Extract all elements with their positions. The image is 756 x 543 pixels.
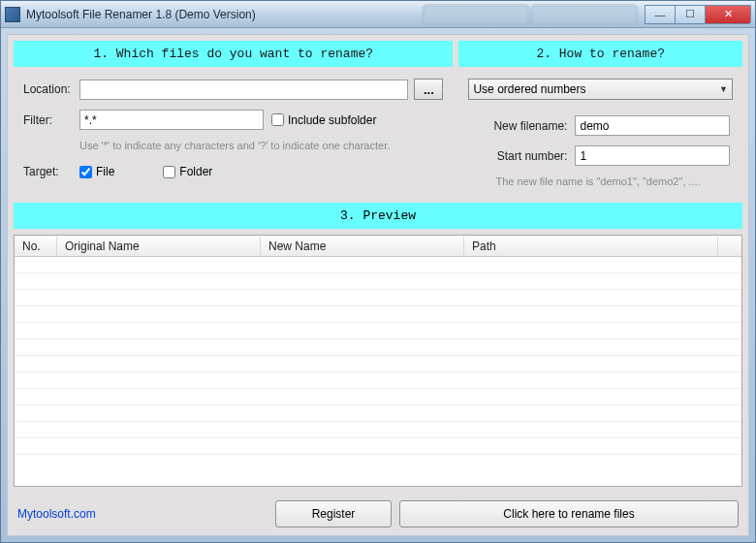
target-folder-checkbox[interactable] bbox=[163, 166, 175, 178]
start-number-input[interactable] bbox=[575, 145, 730, 166]
location-input[interactable] bbox=[79, 80, 408, 100]
target-folder-group: Folder bbox=[163, 165, 212, 178]
panel1-title: 1. Which files do you want to rename? bbox=[14, 41, 453, 67]
app-icon bbox=[5, 7, 20, 22]
minimize-button[interactable]: — bbox=[645, 5, 676, 24]
rename-mode-value: Use ordered numbers bbox=[473, 82, 585, 96]
chevron-down-icon: ▼ bbox=[719, 84, 728, 94]
panel-how-rename: 2. How to rename? Use ordered numbers ▼ … bbox=[458, 41, 742, 197]
location-row: Location: ... bbox=[23, 79, 443, 100]
rename-button[interactable]: Click here to rename files bbox=[399, 500, 739, 527]
target-label: Target: bbox=[23, 165, 79, 178]
table-row bbox=[15, 290, 741, 306]
include-subfolder-checkbox[interactable] bbox=[271, 113, 284, 126]
window-title: Mytoolsoft File Renamer 1.8 (Demo Versio… bbox=[26, 8, 423, 21]
new-filename-label: New filename: bbox=[468, 119, 575, 133]
col-path[interactable]: Path bbox=[464, 237, 718, 256]
table-row bbox=[15, 257, 741, 273]
new-filename-input[interactable] bbox=[575, 115, 730, 136]
website-link[interactable]: Mytoolsoft.com bbox=[17, 507, 268, 521]
table-row bbox=[15, 405, 741, 422]
app-window: Mytoolsoft File Renamer 1.8 (Demo Versio… bbox=[0, 0, 756, 543]
location-label: Location: bbox=[23, 82, 79, 96]
panel2-title: 2. How to rename? bbox=[458, 41, 742, 67]
bg-tab bbox=[423, 5, 529, 24]
bg-tab bbox=[531, 5, 638, 24]
table-row bbox=[15, 306, 741, 323]
grid-header: No. Original Name New Name Path bbox=[15, 236, 741, 257]
table-row bbox=[15, 356, 741, 372]
table-row bbox=[15, 422, 741, 438]
bottom-bar: Mytoolsoft.com Register Click here to re… bbox=[8, 493, 748, 535]
table-row bbox=[15, 389, 741, 405]
target-file-label: File bbox=[96, 165, 114, 178]
panel2-body: Use ordered numbers ▼ New filename: Star… bbox=[458, 67, 742, 197]
rename-mode-select[interactable]: Use ordered numbers ▼ bbox=[468, 79, 733, 100]
filter-input[interactable] bbox=[79, 110, 264, 130]
preview-title: 3. Preview bbox=[14, 203, 742, 229]
content-area: 1. Which files do you want to rename? Lo… bbox=[7, 34, 749, 536]
top-panels: 1. Which files do you want to rename? Lo… bbox=[8, 35, 748, 203]
panel-which-files: 1. Which files do you want to rename? Lo… bbox=[14, 41, 453, 197]
new-filename-row: New filename: bbox=[468, 115, 733, 136]
grid-body[interactable] bbox=[15, 257, 741, 486]
titlebar: Mytoolsoft File Renamer 1.8 (Demo Versio… bbox=[1, 1, 755, 28]
maximize-button[interactable]: ☐ bbox=[675, 5, 706, 24]
preview-section: 3. Preview No. Original Name New Name Pa… bbox=[8, 203, 748, 493]
preview-grid: No. Original Name New Name Path bbox=[14, 235, 742, 487]
table-row bbox=[15, 273, 741, 290]
rename-hint: The new file name is "demo1", "demo2", .… bbox=[495, 176, 733, 187]
start-number-label: Start number: bbox=[468, 149, 575, 163]
register-button[interactable]: Register bbox=[275, 500, 392, 527]
table-row bbox=[15, 323, 741, 339]
window-controls: — ☐ ✕ bbox=[646, 5, 751, 24]
browse-button[interactable]: ... bbox=[414, 79, 443, 100]
panel1-body: Location: ... Filter: Include subfolder … bbox=[14, 67, 453, 188]
table-row bbox=[15, 372, 741, 389]
filter-row: Filter: Include subfolder bbox=[23, 110, 443, 130]
target-row: Target: File Folder bbox=[23, 165, 443, 178]
table-row bbox=[15, 438, 741, 455]
filter-label: Filter: bbox=[23, 113, 79, 127]
include-subfolder-label: Include subfolder bbox=[288, 113, 376, 127]
start-number-row: Start number: bbox=[468, 145, 733, 166]
target-file-group: File bbox=[79, 165, 114, 178]
filter-hint: Use '*' to indicate any characters and '… bbox=[79, 140, 443, 151]
close-button[interactable]: ✕ bbox=[705, 5, 751, 24]
target-folder-label: Folder bbox=[179, 165, 212, 178]
col-new[interactable]: New Name bbox=[261, 237, 464, 256]
table-row bbox=[15, 339, 741, 356]
col-end bbox=[718, 243, 741, 249]
col-original[interactable]: Original Name bbox=[57, 237, 261, 256]
col-no[interactable]: No. bbox=[15, 237, 57, 256]
background-tabs bbox=[423, 5, 638, 24]
target-file-checkbox[interactable] bbox=[79, 166, 92, 178]
